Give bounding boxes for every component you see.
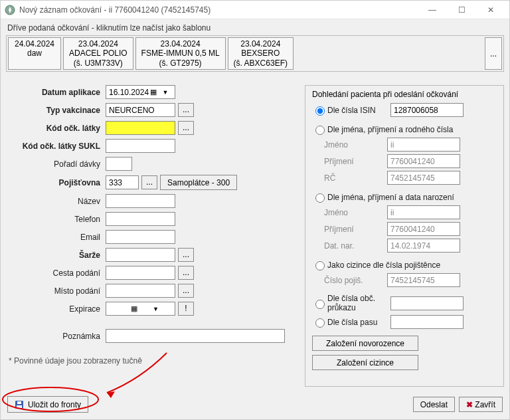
radio-jpdn[interactable] [315, 193, 325, 203]
template-item[interactable]: 23.04.2024 BEXSERO (š. ABXC63EF) [228, 37, 294, 70]
lookup-heading: Dohledání pacienta při odeslání očkování [312, 90, 497, 99]
poznamka-input[interactable] [106, 329, 285, 343]
radio-isin[interactable] [315, 106, 325, 116]
jprc-label: Dle jména, příjmení a rodného čísla [327, 125, 453, 134]
pojistovna-lookup-button[interactable]: ... [141, 175, 157, 189]
cesta-podani-lookup-button[interactable]: ... [178, 266, 194, 280]
prijmeni2-input[interactable] [387, 222, 460, 236]
templates-more-button[interactable]: ... [485, 37, 502, 70]
svg-rect-2 [17, 405, 22, 408]
cesta-podani-input[interactable] [106, 266, 175, 280]
nazev-label: Název [6, 197, 106, 206]
calendar-icon: ▦ [131, 304, 151, 313]
samoplatce-button[interactable]: Samoplátce - 300 [160, 175, 237, 190]
kod-ock-latky-sukl-label: Kód očk. látky SUKL [6, 142, 106, 151]
email-input[interactable] [106, 230, 175, 244]
bottom-bar: Uložit do fronty Odeslat ✖ Zavřít [1, 392, 509, 419]
zalozeni-cizince-button[interactable]: Založení cizince [312, 355, 418, 370]
misto-podani-input[interactable] [106, 284, 175, 298]
window: Nový záznam očkování - ii 7760041240 (74… [0, 0, 510, 420]
send-button[interactable]: Odeslat [413, 397, 455, 412]
kod-ock-latky-label: Kód očk. látky [6, 124, 106, 133]
window-title: Nový záznam očkování - ii 7760041240 (74… [19, 5, 418, 15]
kod-ock-latky-input[interactable] [106, 121, 175, 135]
poradi-davky-label: Pořadí dávky [6, 159, 106, 169]
template-item[interactable]: 23.04.2024 ADACEL POLIO (š. U3M733V) [63, 37, 133, 70]
typ-vakcinace-label: Typ vakcinace [6, 106, 106, 115]
datum-aplikace-input[interactable]: 16.10.2024 ▦ ▼ [106, 85, 175, 99]
cesta-podani-label: Cesta podání [6, 268, 106, 278]
main: Datum aplikace 16.10.2024 ▦ ▼ Typ vakcin… [6, 72, 504, 387]
prijmeni-input[interactable] [387, 154, 460, 168]
isin-label: Dle čísla ISIN [327, 106, 390, 115]
radio-obc-prukaz[interactable] [315, 300, 325, 309]
pojistovna-input[interactable] [106, 175, 139, 189]
template-item[interactable]: 24.04.2024 daw [8, 37, 61, 70]
datnar-input[interactable] [387, 239, 460, 253]
svg-rect-3 [17, 401, 21, 404]
templates-row: 24.04.2024 daw 23.04.2024 ADACEL POLIO (… [6, 35, 504, 72]
datnar-label: Dat. nar. [324, 241, 387, 251]
form-panel: Datum aplikace 16.10.2024 ▦ ▼ Typ vakcin… [6, 85, 298, 387]
radio-pas[interactable] [315, 318, 325, 328]
required-footnote: * Povinné údaje jsou zobrazeny tučně [9, 356, 298, 366]
typ-vakcinace-lookup-button[interactable]: ... [178, 103, 194, 117]
kod-ock-latky-sukl-input[interactable] [106, 139, 175, 153]
isin-input[interactable] [390, 103, 464, 117]
obc-prukaz-label: Dle čísla obč. průkazu [327, 294, 390, 312]
save-to-queue-button[interactable]: Uložit do fronty [7, 396, 88, 413]
pas-input[interactable] [390, 315, 464, 329]
nazev-input[interactable] [106, 194, 175, 208]
misto-podani-lookup-button[interactable]: ... [178, 284, 194, 298]
jmeno-input[interactable] [387, 138, 460, 152]
save-icon [15, 400, 24, 409]
titlebar: Nový záznam očkování - ii 7760041240 (74… [1, 1, 509, 19]
minimize-button[interactable]: — [418, 1, 447, 19]
close-window-button[interactable]: ✕ [476, 1, 505, 19]
close-button[interactable]: ✖ Zavřít [459, 397, 503, 412]
zalozeni-novorozence-button[interactable]: Založení novorozence [312, 336, 418, 351]
poznamka-label: Poznámka [6, 332, 106, 341]
templates-label: Dříve podaná očkování - kliknutím lze na… [6, 22, 504, 35]
obc-prukaz-input[interactable] [390, 296, 464, 310]
poradi-davky-input[interactable] [106, 157, 132, 171]
jpdn-label: Dle jména, příjmení a data narození [327, 193, 454, 202]
pas-label: Dle čísla pasu [327, 318, 390, 327]
expirace-input[interactable]: ▦ ▼ [106, 302, 175, 316]
jmeno-label: Jméno [324, 140, 387, 150]
radio-jprc[interactable] [315, 126, 325, 135]
cislo-pojis-label: Číslo pojiš. [324, 276, 387, 285]
expirace-warn-button[interactable]: ! [178, 302, 194, 316]
prijmeni-label: Příjmení [324, 157, 387, 166]
sarze-label: Šarže [6, 251, 106, 260]
expirace-label: Expirace [6, 304, 106, 314]
chevron-down-icon: ▼ [153, 306, 173, 312]
telefon-label: Telefon [6, 215, 106, 224]
pojistovna-label: Pojišťovna [6, 178, 106, 187]
rc-input[interactable] [387, 171, 460, 185]
misto-podani-label: Místo podání [6, 286, 106, 296]
chevron-down-icon: ▼ [163, 89, 173, 96]
calendar-icon: ▦ [150, 88, 161, 96]
sarze-lookup-button[interactable]: ... [178, 248, 194, 262]
template-item[interactable]: 23.04.2024 FSME-IMMUN 0,5 ML (š. GT2975) [135, 37, 226, 70]
kod-ock-latky-lookup-button[interactable]: ... [178, 121, 194, 135]
rc-label: RČ [324, 173, 387, 183]
datum-aplikace-label: Datum aplikace [6, 88, 106, 97]
radio-cizinec[interactable] [315, 261, 325, 270]
sarze-input[interactable] [106, 248, 175, 262]
jmeno2-input[interactable] [387, 205, 460, 219]
telefon-input[interactable] [106, 212, 175, 226]
app-icon [5, 5, 15, 15]
email-label: Email [6, 233, 106, 242]
lookup-panel: Dohledání pacienta při odeslání očkování… [305, 85, 504, 387]
cizinec-label: Jako cizince dle čísla pojištěnce [327, 261, 440, 270]
maximize-button[interactable]: ☐ [447, 1, 476, 19]
content: Dříve podaná očkování - kliknutím lze na… [1, 19, 509, 392]
typ-vakcinace-input[interactable] [106, 103, 175, 117]
close-icon: ✖ [466, 400, 473, 409]
cislo-pojis-input[interactable] [387, 273, 460, 287]
